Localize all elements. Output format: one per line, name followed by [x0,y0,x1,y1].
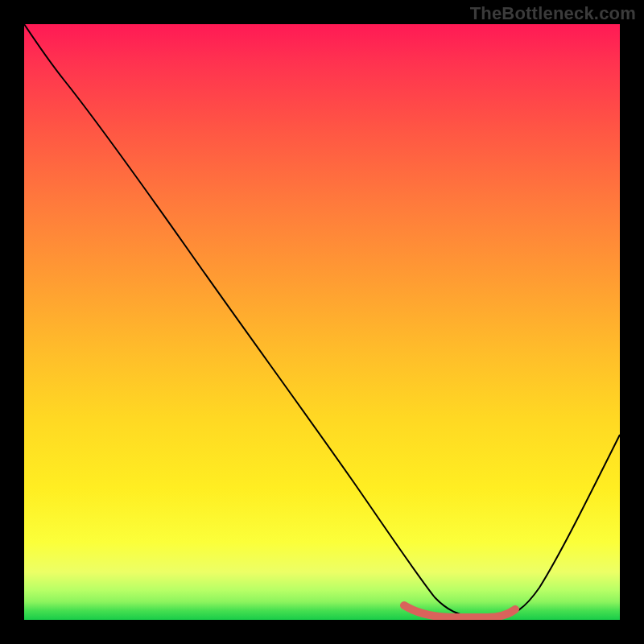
chart-container: TheBottleneck.com [0,0,644,644]
curve-layer [24,24,620,620]
plot-area [24,24,620,620]
bottleneck-curve [24,24,620,617]
optimal-range-highlight [404,605,515,617]
watermark-label: TheBottleneck.com [470,3,636,24]
